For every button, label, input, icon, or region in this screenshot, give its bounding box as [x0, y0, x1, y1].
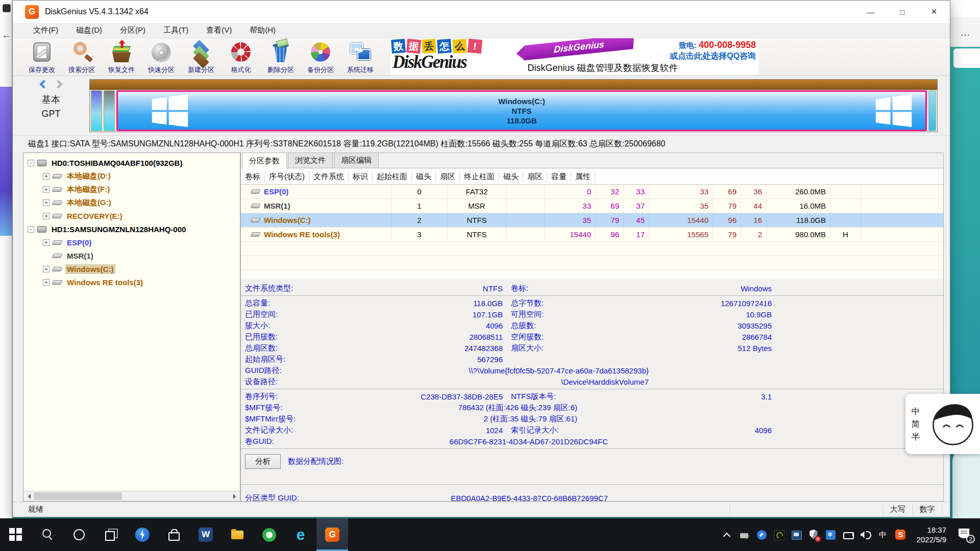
tree-item[interactable]: - HD0:TOSHIBAMQ04ABF100(932GB): [24, 156, 239, 169]
ime-status-label[interactable]: 简: [912, 418, 920, 430]
tree-expander-icon[interactable]: +: [43, 199, 50, 206]
nvidia-tray-icon[interactable]: [774, 529, 784, 540]
ime-status-label[interactable]: 中: [912, 406, 920, 417]
tree-item[interactable]: + Windows RE tools(3): [24, 276, 239, 289]
printer-tray-icon[interactable]: [739, 529, 749, 540]
menu-item[interactable]: 查看(V): [204, 24, 234, 37]
ad-banner[interactable]: 数据丢怎么! DiskGenius DiskGenius 致电: 400-008…: [390, 38, 759, 76]
taskbar-app-browser[interactable]: [253, 518, 285, 551]
cortana-button[interactable]: [63, 518, 95, 551]
sogou-tray-icon[interactable]: [895, 529, 905, 540]
partition-row[interactable]: Windows RE tools(3) 3 NTFS 15440 96 17 1…: [241, 228, 943, 242]
taskbar-app-edge[interactable]: e: [285, 518, 316, 551]
table-header-cell[interactable]: 扇区: [436, 171, 460, 182]
battery-icon[interactable]: [843, 529, 853, 540]
tray-expand-icon[interactable]: [722, 529, 732, 540]
tree-item[interactable]: + 本地磁盘(F:): [24, 183, 239, 196]
table-header-cell[interactable]: 卷标: [241, 171, 265, 182]
tree-item[interactable]: + Windows(C:): [24, 262, 239, 276]
partition-row[interactable]: MSR(1) 1 MSR 33 69 37 35 79 44 16.0MB: [241, 199, 943, 213]
partition-esp-sliver[interactable]: [91, 90, 102, 131]
toolbar-button[interactable]: 系统迁移: [340, 39, 380, 75]
tree-expander-icon[interactable]: +: [43, 266, 50, 272]
table-header-cell[interactable]: 标识: [349, 171, 373, 182]
toolbar-button[interactable]: 保存更改: [22, 39, 62, 75]
partition-windows-c[interactable]: Windows(C:) NTFS 118.0GB: [116, 90, 927, 131]
close-button[interactable]: ✕: [918, 1, 950, 23]
partition-row[interactable]: Windows(C:) 2 NTFS 35 79 45 15440 96 16: [241, 213, 943, 228]
intel-graphics-tray-icon[interactable]: [791, 529, 801, 540]
tree-item[interactable]: + ESP(0): [24, 236, 239, 249]
table-header-cell[interactable]: 起始柱面: [373, 171, 412, 182]
analyze-button[interactable]: 分析: [245, 454, 281, 469]
table-header-cell[interactable]: 文件系统: [309, 171, 349, 182]
ime-status-label[interactable]: 半: [912, 431, 920, 443]
partition-row[interactable]: ESP(0) 0 FAT32 0 32 33 33 69 36 260.0MB: [241, 185, 943, 199]
partition-icon: [251, 204, 261, 208]
maximize-button[interactable]: □: [887, 1, 918, 23]
menu-item[interactable]: 帮助(H): [248, 24, 278, 37]
partition-msr-sliver[interactable]: [104, 90, 115, 131]
tree-expander-icon[interactable]: +: [43, 186, 50, 193]
snowflake-tray-icon[interactable]: [826, 529, 836, 540]
tree-item[interactable]: MSR(1): [24, 249, 239, 262]
security-shield-tray-icon[interactable]: [808, 529, 819, 540]
action-center-button[interactable]: 2: [958, 528, 973, 541]
table-header-cell[interactable]: 扇区: [523, 171, 547, 182]
table-header-cell[interactable]: 磁头: [499, 171, 523, 182]
next-disk-icon[interactable]: [54, 80, 63, 89]
taskbar-search[interactable]: [32, 518, 63, 551]
toolbar-button[interactable]: 恢复文件: [102, 39, 141, 75]
tree-expander-icon[interactable]: +: [43, 173, 50, 180]
taskbar-app-flash[interactable]: [127, 518, 158, 551]
menu-item[interactable]: 文件(F): [31, 24, 60, 37]
toolbar-button[interactable]: 新建分区: [181, 39, 221, 75]
store-bag-icon: [167, 528, 181, 542]
tree-item[interactable]: + 本地磁盘(D:): [24, 169, 239, 183]
minimize-button[interactable]: —: [855, 1, 887, 23]
bird-tray-icon[interactable]: [756, 529, 767, 540]
tab[interactable]: 扇区编辑: [334, 153, 379, 168]
tree-item[interactable]: + 本地磁盘(G:): [24, 196, 239, 209]
toolbar-button[interactable]: 备份分区: [301, 39, 340, 75]
tree-item[interactable]: - HD1:SAMSUNGMZNLN128HAHQ-000: [24, 222, 239, 236]
tab[interactable]: 分区参数: [242, 153, 287, 168]
ime-indicator[interactable]: 中: [878, 529, 888, 540]
taskbar-clock[interactable]: 18:37 2022/5/9: [917, 525, 946, 544]
tree-expander-icon[interactable]: +: [43, 279, 50, 286]
toolbar-button[interactable]: 格式化: [221, 39, 261, 75]
task-view-button[interactable]: [95, 518, 127, 551]
taskbar-app-store[interactable]: [158, 518, 190, 551]
toolbar-button[interactable]: 快速分区: [141, 39, 181, 75]
scroll-right-icon[interactable]: [230, 491, 240, 501]
tab[interactable]: 浏览文件: [288, 153, 333, 168]
menu-item[interactable]: 磁盘(D): [74, 24, 104, 37]
table-header-cell[interactable]: 序号(状态): [265, 171, 309, 182]
scroll-left-icon[interactable]: [23, 491, 34, 501]
start-button[interactable]: [0, 518, 32, 551]
menu-item[interactable]: 工具(T): [161, 24, 190, 37]
ad-qq-link[interactable]: 或点击此处选择QQ咨询: [670, 51, 756, 62]
volume-icon[interactable]: [861, 529, 871, 540]
menu-item[interactable]: 分区(P): [118, 24, 148, 37]
tree-expander-icon[interactable]: -: [28, 160, 34, 166]
table-header-cell[interactable]: 属性: [571, 171, 595, 182]
tree-expander-icon[interactable]: +: [43, 213, 50, 219]
tree-item[interactable]: + RECOVERY(E:): [24, 209, 239, 222]
more-menu-icon[interactable]: …: [950, 17, 980, 47]
scrollbar-thumb[interactable]: [34, 492, 122, 500]
toolbar-button[interactable]: 搜索分区: [62, 39, 102, 75]
tree-expander-icon[interactable]: -: [28, 226, 34, 233]
ime-floating-widget[interactable]: 中简半: [905, 394, 980, 454]
tree-expander-icon[interactable]: +: [43, 239, 50, 246]
table-header-cell[interactable]: 容量: [547, 171, 571, 182]
prev-disk-icon[interactable]: [40, 80, 48, 89]
tree-horizontal-scrollbar[interactable]: [23, 491, 240, 501]
taskbar-app-diskgenius[interactable]: G: [316, 518, 348, 551]
toolbar-button[interactable]: 删除分区: [261, 39, 301, 75]
taskbar-app-word[interactable]: W: [190, 518, 222, 551]
taskbar-file-explorer[interactable]: [222, 518, 253, 551]
partition-re-sliver[interactable]: [928, 90, 936, 131]
table-header-cell[interactable]: 磁头: [412, 171, 436, 182]
table-header-cell[interactable]: 终止柱面: [460, 171, 499, 182]
